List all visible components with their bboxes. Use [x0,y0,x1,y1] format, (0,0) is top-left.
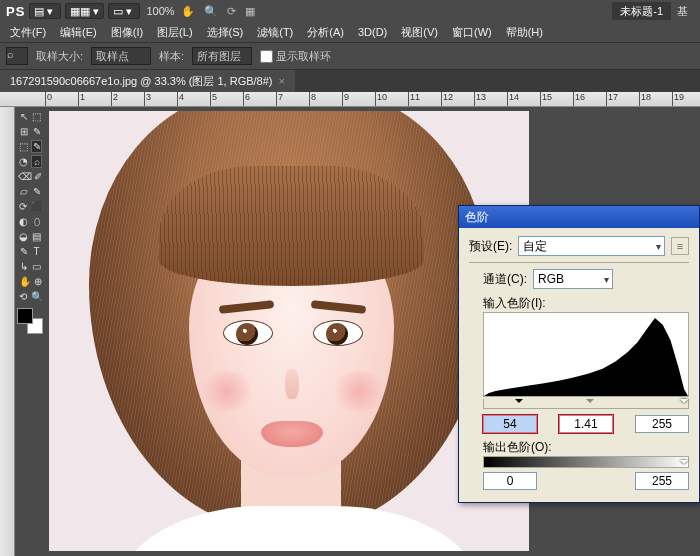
workspace-drop[interactable]: ▤ ▾ [29,3,61,19]
tab-label: 167291590c06667e1o.jpg @ 33.3% (图层 1, RG… [10,74,273,89]
portrait-eye-left [224,321,272,345]
topbar: PS ▤ ▾ ▦▦ ▾ ▭ ▾ 100% ✋ 🔍 ⟳ ▦ 未标题-1 基 [0,0,700,22]
sample-size-drop[interactable]: 取样点 [91,47,151,65]
portrait-blush-right [329,371,389,411]
tool-8-0[interactable]: ◒ [18,230,29,243]
sample-drop[interactable]: 所有图层 [192,47,252,65]
hand-icon[interactable]: ✋ [181,5,195,17]
tool-10-1[interactable]: ▭ [31,260,42,273]
arrange-drop[interactable]: ▦▦ ▾ [65,3,104,19]
tool-2-0[interactable]: ⬚ [18,140,29,153]
tool-9-1[interactable]: T [31,245,42,258]
grid-icon[interactable]: ▦ [245,5,255,17]
svg-marker-0 [484,318,688,396]
portrait-nose [285,369,299,399]
screen-drop[interactable]: ▭ ▾ [108,3,140,19]
ruler-horizontal: 012345678910111213141516171819 [0,92,700,107]
input-slider[interactable] [483,399,689,409]
menu-view[interactable]: 视图(V) [395,25,444,40]
portrait-eye-right [314,321,362,345]
tool-1-1[interactable]: ✎ [31,125,42,138]
preset-label: 预设(E): [469,238,512,255]
fg-bg-swatch[interactable] [17,308,43,334]
input-gamma-field[interactable]: 1.41 [559,415,613,433]
tool-0-1[interactable]: ⬚ [31,110,42,123]
tool-11-1[interactable]: ⊕ [33,275,43,288]
zoom-level[interactable]: 100% [146,5,174,17]
document-title: 未标题-1 [612,2,671,20]
tool-12-1[interactable]: 🔍 [30,290,43,303]
menu-file[interactable]: 文件(F) [4,25,52,40]
output-black-handle[interactable] [484,460,492,468]
menu-edit[interactable]: 编辑(E) [54,25,103,40]
portrait-fringe [159,166,424,286]
sample-size-label: 取样大小: [36,49,83,64]
tool-11-0[interactable]: ✋ [18,275,31,288]
tool-4-0[interactable]: ⌫ [18,170,31,183]
levels-dialog[interactable]: 色阶 预设(E): 自定 ≡ 通道(C): RGB 输入色阶(I): 54 1.… [458,205,700,503]
canvas[interactable] [49,111,529,551]
histogram [483,312,689,397]
input-levels-label: 输入色阶(I): [483,295,689,312]
close-icon[interactable]: × [279,75,285,87]
ruler-vertical [0,107,15,556]
tool-4-1[interactable]: ✐ [33,170,43,183]
tool-12-0[interactable]: ⟲ [18,290,28,303]
quick-icons: ✋ 🔍 ⟳ ▦ [175,5,255,18]
menu-select[interactable]: 选择(S) [201,25,250,40]
portrait-lips [261,421,323,447]
output-black-field[interactable]: 0 [483,472,537,490]
black-point-handle[interactable] [515,399,523,407]
zoom-icon[interactable]: 🔍 [204,5,218,17]
tool-6-0[interactable]: ⟳ [18,200,28,213]
tool-7-1[interactable]: ⬯ [31,215,42,228]
menu-filter[interactable]: 滤镜(T) [251,25,299,40]
dialog-titlebar[interactable]: 色阶 [459,206,699,228]
tool-7-0[interactable]: ◐ [18,215,29,228]
tool-3-0[interactable]: ◔ [18,155,29,168]
ps-logo: PS [6,4,25,19]
sample-label: 样本: [159,49,184,64]
menubar: 文件(F) 编辑(E) 图像(I) 图层(L) 选择(S) 滤镜(T) 分析(A… [0,22,700,42]
show-ring-checkbox[interactable]: 显示取样环 [260,49,331,64]
toolbox: ↖⬚⊞✎⬚✎◔⌕⌫✐▱✎⟳⬛◐⬯◒▤✎T↳▭✋⊕⟲🔍 [15,107,45,556]
output-white-field[interactable]: 255 [635,472,689,490]
tool-6-1[interactable]: ⬛ [30,200,43,213]
tool-8-1[interactable]: ▤ [31,230,42,243]
gamma-handle[interactable] [586,399,594,407]
menu-analysis[interactable]: 分析(A) [301,25,350,40]
menu-3d[interactable]: 3D(D) [352,26,393,38]
menu-layer[interactable]: 图层(L) [151,25,198,40]
tool-0-0[interactable]: ↖ [18,110,29,123]
doc-title-suffix: 基 [671,4,694,19]
rotate-icon[interactable]: ⟳ [227,5,236,17]
tool-2-1[interactable]: ✎ [31,140,42,153]
output-levels-label: 输出色阶(O): [483,439,689,456]
tool-1-0[interactable]: ⊞ [18,125,29,138]
menu-image[interactable]: 图像(I) [105,25,149,40]
portrait-blush-left [197,371,257,411]
portrait-shirt [119,506,479,551]
input-black-field[interactable]: 54 [483,415,537,433]
preset-combo[interactable]: 自定 [518,236,665,256]
tool-5-0[interactable]: ▱ [18,185,29,198]
channel-label: 通道(C): [483,271,527,288]
tool-9-0[interactable]: ✎ [18,245,29,258]
tool-10-0[interactable]: ↳ [18,260,29,273]
menu-window[interactable]: 窗口(W) [446,25,498,40]
input-white-field[interactable]: 255 [635,415,689,433]
channel-combo[interactable]: RGB [533,269,613,289]
eyedropper-icon[interactable]: ⌕ [6,47,28,65]
white-point-handle[interactable] [680,399,688,407]
tool-3-1[interactable]: ⌕ [31,155,42,168]
document-tab[interactable]: 167291590c06667e1o.jpg @ 33.3% (图层 1, RG… [0,70,295,92]
output-white-handle[interactable] [680,460,688,468]
preset-menu-icon[interactable]: ≡ [671,237,689,255]
menu-help[interactable]: 帮助(H) [500,25,549,40]
tabbar: 167291590c06667e1o.jpg @ 33.3% (图层 1, RG… [0,70,700,92]
options-bar: ⌕ 取样大小: 取样点 样本: 所有图层 显示取样环 [0,42,700,70]
output-slider[interactable] [483,456,689,468]
tool-5-1[interactable]: ✎ [31,185,42,198]
